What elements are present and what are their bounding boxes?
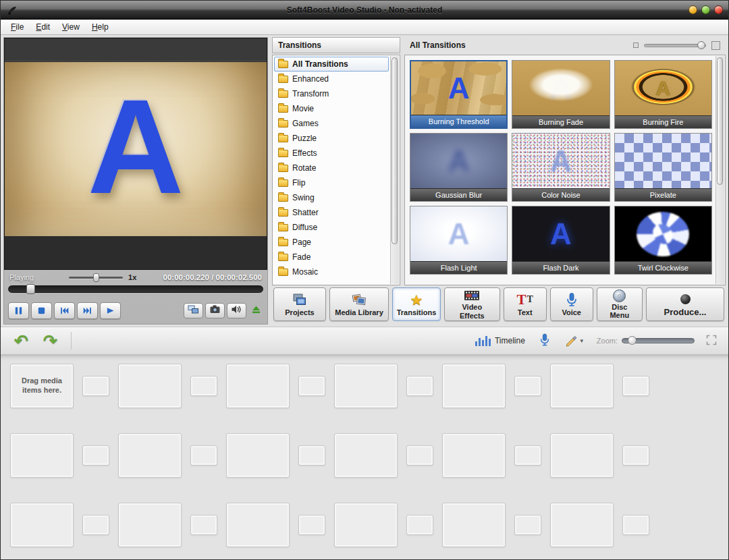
snapshot-button[interactable] <box>205 303 225 318</box>
tab-voice[interactable]: Voice <box>550 287 593 321</box>
storyboard-slot-small[interactable] <box>622 376 649 396</box>
transition-flash-light[interactable]: A Flash Light <box>410 206 508 275</box>
storyboard-slot-small[interactable] <box>190 376 217 396</box>
drag-media-drop-target[interactable]: Drag media items here. <box>10 364 74 408</box>
category-diffuse[interactable]: Diffuse <box>274 220 389 235</box>
category-flip[interactable]: Flip <box>274 175 389 190</box>
storyboard-slot-large[interactable] <box>118 364 182 408</box>
storyboard-slot-small[interactable] <box>298 376 325 396</box>
transition-pixelate[interactable]: Pixelate <box>614 133 712 202</box>
speed-slider[interactable] <box>69 273 123 282</box>
fit-to-screen-button[interactable] <box>703 332 720 349</box>
storyboard-slot-small[interactable] <box>298 515 325 535</box>
tab-text[interactable]: TT Text <box>504 287 547 321</box>
volume-button[interactable] <box>227 303 246 318</box>
storyboard-slot-large[interactable] <box>550 364 614 408</box>
collapse-panel-button[interactable] <box>248 303 263 318</box>
storyboard-slot-large[interactable] <box>442 503 506 547</box>
storyboard-slot-large[interactable] <box>334 503 398 547</box>
storyboard-slot-large[interactable] <box>442 364 506 408</box>
tab-transitions[interactable]: ★ Transitions <box>392 287 441 321</box>
storyboard-slot-small[interactable] <box>406 445 433 466</box>
storyboard-slot-large[interactable] <box>226 364 290 408</box>
stop-button[interactable] <box>31 302 52 319</box>
gallery-scrollbar[interactable] <box>716 56 724 284</box>
storyboard-slot-small[interactable] <box>82 515 109 535</box>
tab-media-library[interactable]: Media Library <box>329 287 389 321</box>
storyboard-slot-large[interactable] <box>226 433 290 478</box>
menu-file[interactable]: File <box>5 20 30 34</box>
tab-disc-menu[interactable]: Disc Menu <box>597 287 643 321</box>
category-mosaic[interactable]: Mosaic <box>274 264 389 279</box>
transition-burning-threshold[interactable]: A Burning Threshold <box>410 60 508 129</box>
thumbnail-size-slider[interactable] <box>644 40 706 50</box>
storyboard-slot-small[interactable] <box>406 515 433 535</box>
category-swing[interactable]: Swing <box>274 190 389 205</box>
scrollbar-thumb[interactable] <box>717 57 723 185</box>
storyboard-slot-large[interactable] <box>334 364 398 408</box>
storyboard-slot-small[interactable] <box>298 445 325 466</box>
category-fade[interactable]: Fade <box>274 250 389 264</box>
category-rotate[interactable]: Rotate <box>274 161 389 175</box>
zoom-slider[interactable] <box>622 336 695 345</box>
scrollbar-thumb[interactable] <box>392 57 398 244</box>
category-movie[interactable]: Movie <box>274 101 389 116</box>
storyboard-slot-small[interactable] <box>622 515 649 535</box>
undo-button[interactable]: ↶ <box>9 333 34 349</box>
transition-color-noise[interactable]: A Color Noise <box>512 133 610 202</box>
category-enhanced[interactable]: Enhanced <box>274 72 389 86</box>
storyboard-slot-small[interactable] <box>514 515 541 535</box>
storyboard-slot-large[interactable] <box>334 433 398 478</box>
category-games[interactable]: Games <box>274 116 389 131</box>
transition-burning-fade[interactable]: A Burning Fade <box>512 60 610 129</box>
storyboard-slot-large[interactable] <box>550 503 614 547</box>
maximize-button[interactable] <box>701 5 710 14</box>
transition-flash-dark[interactable]: A Flash Dark <box>512 206 610 275</box>
category-transform[interactable]: Transform <box>274 86 389 101</box>
fullscreen-button[interactable] <box>184 303 203 318</box>
tab-projects[interactable]: Projects <box>273 287 326 321</box>
tab-video-effects[interactable]: Video Effects <box>444 287 500 321</box>
redo-button[interactable]: ↷ <box>38 333 63 349</box>
category-page[interactable]: Page <box>274 235 389 250</box>
storyboard-slot-small[interactable] <box>514 376 541 396</box>
storyboard-slot-small[interactable] <box>82 376 109 396</box>
minimize-button[interactable] <box>688 5 697 14</box>
zoom-slider-handle[interactable] <box>628 336 637 345</box>
storyboard-slot-large[interactable] <box>226 503 290 547</box>
timeline-toggle-button[interactable]: Timeline <box>470 333 531 349</box>
storyboard-slot-small[interactable] <box>82 445 109 466</box>
storyboard-slot-small[interactable] <box>190 445 217 466</box>
pause-button[interactable] <box>8 302 29 319</box>
storyboard-slot-large[interactable] <box>118 433 182 478</box>
menu-help[interactable]: Help <box>86 20 115 34</box>
storyboard-slot-small[interactable] <box>622 445 649 466</box>
category-shatter[interactable]: Shatter <box>274 205 389 220</box>
tab-produce[interactable]: Produce... <box>646 287 724 321</box>
storyboard-slot-large[interactable] <box>550 433 614 478</box>
menu-view[interactable]: View <box>56 20 86 34</box>
category-effects[interactable]: Effects <box>274 146 389 161</box>
category-all-transitions[interactable]: All Transitions <box>274 57 389 72</box>
storyboard-slot-large[interactable] <box>10 503 74 547</box>
transition-twirl-clockwise[interactable]: Twirl Clockwise <box>614 206 712 275</box>
seek-bar[interactable] <box>8 285 263 293</box>
categories-scrollbar[interactable] <box>390 56 399 284</box>
close-button[interactable] <box>714 5 723 14</box>
storyboard-slot-large[interactable] <box>442 433 506 478</box>
storyboard-slot-large[interactable] <box>118 503 182 547</box>
next-button[interactable] <box>77 302 98 319</box>
transition-burning-fire[interactable]: A Burning Fire <box>614 60 712 129</box>
play-forward-button[interactable] <box>100 302 121 319</box>
previous-button[interactable] <box>54 302 75 319</box>
storyboard-slot-small[interactable] <box>190 515 217 535</box>
category-puzzle[interactable]: Puzzle <box>274 131 389 146</box>
storyboard-slot-small[interactable] <box>514 445 541 466</box>
speed-slider-handle[interactable] <box>93 273 99 282</box>
menu-edit[interactable]: Edit <box>30 20 56 34</box>
edit-tool-button[interactable]: ▾ <box>559 331 589 350</box>
thumbnail-size-handle[interactable] <box>697 41 705 49</box>
storyboard-slot-small[interactable] <box>406 376 433 396</box>
seek-handle[interactable] <box>26 284 35 294</box>
storyboard-slot-large[interactable] <box>10 433 74 478</box>
